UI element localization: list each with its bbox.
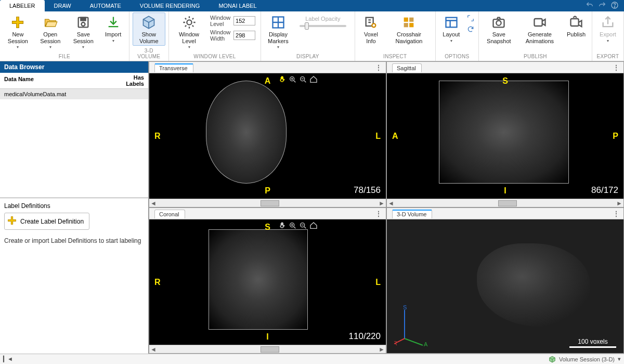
pan-icon[interactable] xyxy=(278,222,287,231)
layout-refresh-icon[interactable] xyxy=(467,25,474,34)
status-dropdown-icon[interactable]: ▾ xyxy=(618,356,621,362)
tab-monai-label[interactable]: MONAI LABEL xyxy=(209,0,266,11)
view-3d-volume: 3-D Volume ⋮ S A R 100 voxels xyxy=(386,207,624,354)
slice-scrollbar-sagittal[interactable]: ◄► xyxy=(387,199,623,207)
save-session-button[interactable]: Save Session xyxy=(68,12,99,51)
app-tabstrip: LABELER DRAW AUTOMATE VOLUME RENDERING M… xyxy=(0,0,624,11)
publish-icon xyxy=(569,15,583,30)
plus-icon xyxy=(7,215,17,227)
canvas-coronal[interactable]: S I R L 110/220 xyxy=(149,219,386,345)
view-menu-3d-volume[interactable]: ⋮ xyxy=(609,210,623,217)
data-row[interactable]: medicalVolumeData.mat xyxy=(0,89,148,99)
slice-index-sagittal: 86/172 xyxy=(591,185,618,196)
svg-point-4 xyxy=(82,22,85,26)
svg-rect-9 xyxy=(404,18,408,22)
layout-button[interactable]: Layout xyxy=(439,12,464,45)
view-menu-sagittal[interactable]: ⋮ xyxy=(609,64,623,71)
slice-index-transverse: 78/156 xyxy=(354,185,381,196)
view-tab-coronal[interactable]: Coronal xyxy=(154,210,185,218)
plus-icon xyxy=(10,15,25,30)
orientation-left: R xyxy=(154,132,161,141)
slice-scrollbar-transverse[interactable]: ◄► xyxy=(149,199,386,207)
layout-icon xyxy=(444,15,459,30)
zoom-in-icon[interactable] xyxy=(289,222,297,231)
export-button: Export xyxy=(595,12,620,45)
voxel-info-button[interactable]: Voxel Info xyxy=(358,12,384,46)
group-label-export: EXPORT xyxy=(595,53,620,61)
window-level-label: Window Level xyxy=(210,15,231,27)
canvas-sagittal[interactable]: S I A P 86/172 xyxy=(387,73,623,199)
orientation-right: P xyxy=(613,132,618,141)
show-volume-button[interactable]: Show Volume xyxy=(133,12,165,46)
status-left-handle[interactable]: ▎◄ xyxy=(3,356,13,362)
orientation-top: S xyxy=(265,223,270,232)
window-level-input[interactable] xyxy=(233,16,255,25)
col-has-labels[interactable]: Has Labels xyxy=(119,73,148,88)
svg-point-5 xyxy=(187,20,191,24)
group-label-file: FILE xyxy=(3,53,126,61)
open-session-button[interactable]: Open Session xyxy=(35,12,66,51)
tab-volume-rendering[interactable]: VOLUME RENDERING xyxy=(131,0,210,11)
canvas-3d-volume[interactable]: S A R 100 voxels xyxy=(387,219,623,353)
import-button[interactable]: Import xyxy=(101,12,126,45)
help-icon[interactable] xyxy=(610,1,619,11)
group-label-publish: PUBLISH xyxy=(482,53,589,61)
status-session-label: Volume Session (3-D) xyxy=(559,356,615,362)
generate-animations-button[interactable]: Generate Animations xyxy=(518,12,562,46)
home-icon[interactable] xyxy=(309,222,318,231)
scale-bar: 100 voxels xyxy=(569,338,616,348)
group-label-options: OPTIONS xyxy=(439,53,475,61)
svg-rect-10 xyxy=(410,18,414,22)
view-tab-transverse[interactable]: Transverse xyxy=(154,63,193,72)
window-width-input[interactable] xyxy=(233,31,255,40)
slice-scrollbar-coronal[interactable]: ◄► xyxy=(149,345,386,353)
group-label-window-level: WINDOW LEVEL xyxy=(172,53,257,61)
pan-icon[interactable] xyxy=(278,75,287,85)
save-icon xyxy=(76,15,90,30)
publish-button[interactable]: Publish xyxy=(564,12,589,40)
view-transverse: Transverse ⋮ A P R L 78/156 ◄► xyxy=(149,61,386,207)
zoom-out-icon[interactable] xyxy=(299,222,307,231)
orientation-top: A xyxy=(265,76,271,86)
display-markers-button[interactable]: Display Markers xyxy=(264,12,292,51)
label-opacity-slider[interactable]: Label Opacity xyxy=(294,12,352,27)
crosshair-nav-button[interactable]: Crosshair Navigation xyxy=(386,12,432,46)
axis-indicator: S A R xyxy=(394,305,436,348)
col-data-name[interactable]: Data Name xyxy=(0,73,119,88)
zoom-out-icon[interactable] xyxy=(299,75,307,85)
export-icon xyxy=(601,15,615,30)
view-menu-coronal[interactable]: ⋮ xyxy=(371,210,386,217)
svg-rect-12 xyxy=(410,23,414,27)
create-label-definition-button[interactable]: Create Label Definition xyxy=(4,213,89,230)
folder-open-icon xyxy=(43,15,58,30)
label-opacity-label: Label Opacity xyxy=(305,16,340,22)
layout-expand-icon[interactable] xyxy=(467,15,474,23)
tab-labeler[interactable]: LABELER xyxy=(0,0,45,11)
view-tab-3d-volume[interactable]: 3-D Volume xyxy=(392,210,432,218)
home-icon[interactable] xyxy=(309,75,318,85)
view-coronal: Coronal ⋮ S I R L 110/220 ◄► xyxy=(149,207,386,354)
orientation-top: S xyxy=(502,76,508,86)
brightness-icon xyxy=(182,15,197,30)
canvas-transverse[interactable]: A P R L 78/156 xyxy=(149,73,386,199)
label-definitions-hint: Create or import Label Definitions to st… xyxy=(4,237,144,245)
camera-icon xyxy=(491,15,506,30)
orientation-left: A xyxy=(392,132,398,141)
new-session-button[interactable]: New Session xyxy=(3,12,33,51)
orientation-right: L xyxy=(375,278,381,287)
orientation-bottom: I xyxy=(266,332,268,342)
tab-automate[interactable]: AUTOMATE xyxy=(81,0,131,11)
redo-icon[interactable] xyxy=(598,1,606,11)
cube-icon xyxy=(549,356,556,363)
group-label-3d-volume: 3-D VOLUME xyxy=(133,47,165,61)
axis-s-label: S xyxy=(403,305,407,310)
save-snapshot-button[interactable]: Save Snapshot xyxy=(482,12,516,46)
label-definitions-title: Label Definitions xyxy=(4,201,144,213)
zoom-in-icon[interactable] xyxy=(289,75,297,85)
svg-rect-17 xyxy=(570,19,578,26)
view-tab-sagittal[interactable]: Sagittal xyxy=(392,63,422,72)
window-level-button[interactable]: Window Level xyxy=(172,12,206,51)
undo-icon[interactable] xyxy=(586,1,594,11)
view-menu-transverse[interactable]: ⋮ xyxy=(371,64,386,71)
tab-draw[interactable]: DRAW xyxy=(45,0,81,11)
